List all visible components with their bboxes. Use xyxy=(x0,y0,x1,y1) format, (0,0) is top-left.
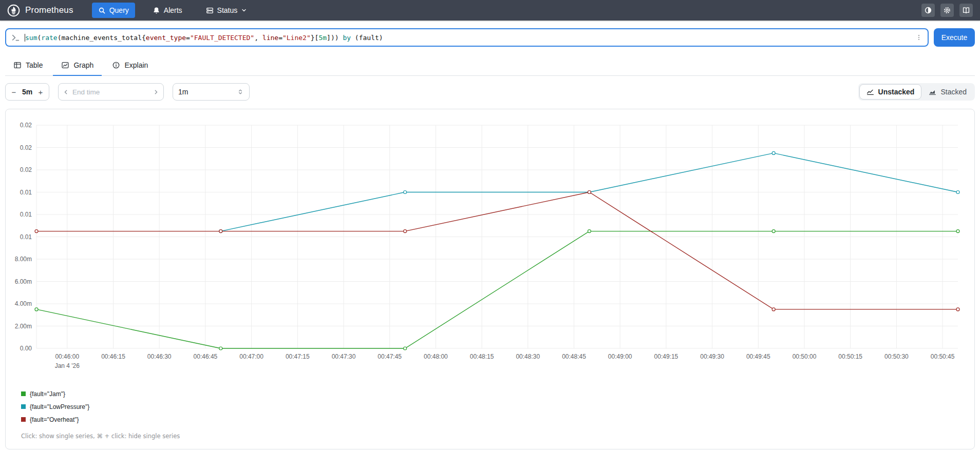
nav-label-status: Status xyxy=(217,6,238,14)
navbar-actions xyxy=(921,4,973,17)
chevron-left-icon[interactable] xyxy=(63,89,69,95)
x-tick-label: 00:47:00 xyxy=(239,353,263,360)
tab-explain-label: Explain xyxy=(124,61,148,69)
y-tick-label: 0.02 xyxy=(20,144,32,151)
x-tick-label: 00:50:30 xyxy=(884,353,909,360)
x-tick-label: 00:47:15 xyxy=(286,353,310,360)
page-content: sum(rate(machine_events_total{event_type… xyxy=(0,28,980,449)
navbar: Prometheus Query Alerts xyxy=(0,0,980,21)
y-tick-label: 0.00 xyxy=(20,345,32,352)
unstacked-label: Unstacked xyxy=(878,88,915,96)
legend-item[interactable]: {fault="Jam"} xyxy=(21,387,974,400)
graph-panel: 0.020.020.020.010.010.018.00m6.00m4.00m2… xyxy=(5,109,975,449)
chevron-down-icon xyxy=(241,7,247,13)
tab-explain[interactable]: Explain xyxy=(104,56,156,76)
execute-button[interactable]: Execute xyxy=(934,28,975,47)
x-tick-label: 00:48:30 xyxy=(516,353,540,360)
x-tick-label: 00:47:45 xyxy=(378,353,402,360)
y-tick-label: 0.02 xyxy=(20,122,32,129)
main-nav: Query Alerts Status xyxy=(92,3,254,18)
promql-token: "FAULT_DETECTED" xyxy=(190,34,254,42)
theme-toggle-button[interactable] xyxy=(921,4,935,17)
y-tick-label: 0.01 xyxy=(20,189,32,196)
area-chart-icon xyxy=(929,88,936,96)
data-point-marker xyxy=(772,151,775,154)
x-tick-label: 00:46:00 xyxy=(55,353,79,360)
x-tick-label: 00:49:00 xyxy=(608,353,632,360)
x-tick-label: 00:46:15 xyxy=(101,353,125,360)
data-point-marker xyxy=(956,191,959,194)
tab-graph-label: Graph xyxy=(73,61,93,69)
x-tick-label: 00:48:15 xyxy=(470,353,494,360)
data-point-marker xyxy=(35,308,38,311)
promql-expression: sum(rate(machine_events_total{event_type… xyxy=(25,34,911,42)
plot-canvas[interactable]: 0.020.020.020.010.010.018.00m6.00m4.00m2… xyxy=(6,109,974,372)
promql-token: { xyxy=(142,34,146,42)
x-tick-label: 00:48:00 xyxy=(424,353,448,360)
promql-token: 5m xyxy=(318,34,327,42)
promql-token: by xyxy=(343,34,351,42)
graph-icon xyxy=(61,61,69,69)
settings-button[interactable] xyxy=(940,4,954,17)
nav-label-alerts: Alerts xyxy=(164,6,182,14)
legend-swatch xyxy=(21,404,26,409)
tab-graph[interactable]: Graph xyxy=(53,56,102,76)
series-legend: {fault="Jam"}{fault="LowPressure"}{fault… xyxy=(21,387,974,426)
promql-token: "Line2" xyxy=(282,34,311,42)
promql-token: machine_events_total xyxy=(61,34,142,42)
stacked-label: Stacked xyxy=(940,88,967,96)
range-increase-button[interactable]: + xyxy=(34,84,47,100)
y-tick-label: 2.00m xyxy=(15,323,32,330)
legend-item[interactable]: {fault="LowPressure"} xyxy=(21,400,974,413)
prometheus-logo-home-link[interactable]: Prometheus xyxy=(7,4,73,17)
promql-token: } xyxy=(311,34,315,42)
promql-token: (fault) xyxy=(351,34,383,42)
end-time-picker[interactable]: End time xyxy=(58,83,164,101)
data-point-marker xyxy=(772,308,775,311)
graph-controls: − 5m + End time 1m xyxy=(5,83,975,101)
data-point-marker xyxy=(219,230,222,233)
data-point-marker xyxy=(956,308,959,311)
nav-item-alerts[interactable]: Alerts xyxy=(146,3,189,18)
promql-token: sum xyxy=(25,34,37,42)
x-tick-label: 00:49:45 xyxy=(746,353,770,360)
legend-label: {fault="LowPressure"} xyxy=(30,403,89,410)
legend-item[interactable]: {fault="Overheat"} xyxy=(21,413,974,426)
unstacked-button[interactable]: Unstacked xyxy=(859,84,922,100)
table-icon xyxy=(13,61,22,69)
x-tick-label: 00:47:30 xyxy=(332,353,356,360)
legend-swatch xyxy=(21,417,26,422)
promql-token: = xyxy=(278,34,282,42)
range-value[interactable]: 5m xyxy=(22,88,32,96)
docs-button[interactable] xyxy=(959,4,973,17)
resolution-select[interactable]: 1m xyxy=(173,83,250,101)
range-input: − 5m + xyxy=(5,83,49,101)
tab-table[interactable]: Table xyxy=(5,56,51,76)
promql-token: rate xyxy=(41,34,57,42)
legend-label: {fault="Overheat"} xyxy=(30,416,79,423)
x-tick-label: 00:46:30 xyxy=(147,353,172,360)
chevron-right-icon[interactable] xyxy=(153,89,159,95)
y-tick-label: 8.00m xyxy=(15,256,32,263)
data-point-marker xyxy=(404,191,407,194)
x-tick-label: 00:49:15 xyxy=(654,353,679,360)
server-icon xyxy=(206,7,214,14)
stacked-button[interactable]: Stacked xyxy=(921,84,974,100)
terminal-prompt-icon xyxy=(11,33,20,42)
nav-item-query[interactable]: Query xyxy=(92,3,135,18)
end-time-input[interactable]: End time xyxy=(69,88,153,96)
y-tick-label: 6.00m xyxy=(15,278,32,285)
brand-title: Prometheus xyxy=(25,5,73,15)
kebab-menu-icon[interactable] xyxy=(915,34,922,41)
book-icon xyxy=(962,6,970,14)
legend-swatch xyxy=(21,391,26,396)
data-point-marker xyxy=(588,191,591,194)
expression-input[interactable]: sum(rate(machine_events_total{event_type… xyxy=(5,28,929,47)
nav-item-status[interactable]: Status xyxy=(200,3,254,18)
range-decrease-button[interactable]: − xyxy=(8,84,20,100)
result-tabs: Table Graph Explain xyxy=(5,56,975,76)
legend-hint: Click: show single series, ⌘ + click: hi… xyxy=(21,433,974,440)
promql-token: line xyxy=(262,34,278,42)
y-tick-label: 0.02 xyxy=(20,166,32,173)
stacking-toggle: Unstacked Stacked xyxy=(858,83,975,101)
